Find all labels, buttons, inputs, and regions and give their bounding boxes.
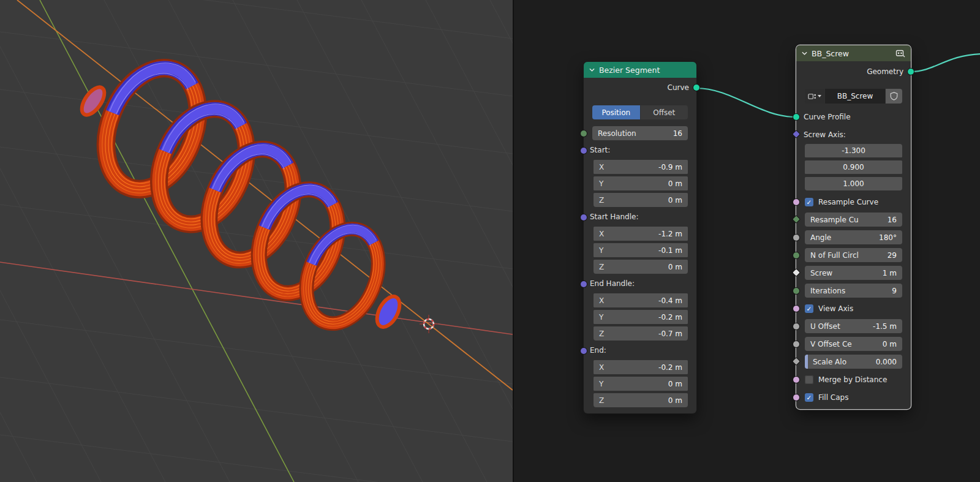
chevron-down-icon[interactable] [802, 51, 807, 55]
node-group-icon [895, 50, 905, 58]
screw-axis-overlay [17, 0, 513, 390]
param-resample-curve[interactable]: ✓ Resample Curve [796, 195, 911, 209]
socket-merge-by-distance[interactable] [793, 377, 799, 383]
check-icon: ✓ [807, 305, 812, 312]
start-handle-group: Start Handle: X -1.2 m Y -0.1 m Z 0 m [584, 210, 696, 274]
socket-curve-output[interactable] [693, 85, 699, 91]
start-z-field[interactable]: Z 0 m [594, 193, 688, 207]
fake-user-button[interactable] [886, 89, 902, 104]
socket-full-circles[interactable] [793, 252, 799, 258]
start-handle-x-field[interactable]: X -1.2 m [594, 227, 688, 241]
node-group-name-field[interactable]: BB_Screw [825, 89, 885, 104]
param-screw[interactable]: Screw 1 m [805, 266, 902, 280]
check-icon: ✓ [807, 198, 812, 206]
screw-axis-label: Screw Axis: [796, 128, 911, 141]
socket-curve-profile[interactable] [793, 114, 799, 120]
browse-node-group-button[interactable] [805, 89, 824, 104]
geometry-output-row: Geometry [796, 61, 911, 82]
screw-axis-x-field[interactable]: -1.300 [805, 144, 902, 157]
bezier-segment-node[interactable]: Bezier Segment Curve Position Offset Res… [584, 62, 696, 413]
group-label: Start Handle: [584, 210, 696, 224]
param-merge-by-distance[interactable]: Merge by Distance [796, 372, 911, 386]
ribbon-end-cap [372, 293, 404, 331]
end-x-field[interactable]: X -0.2 m [594, 360, 688, 374]
socket-start-handle[interactable] [581, 214, 587, 220]
checkbox-checked[interactable]: ✓ [805, 198, 813, 206]
socket-end-handle[interactable] [581, 281, 587, 287]
start-y-field[interactable]: Y 0 m [594, 176, 688, 190]
curve-profile-label: Curve Profile [796, 110, 911, 124]
socket-resample-curve[interactable] [793, 199, 799, 205]
start-handle-z-field[interactable]: Z 0 m [594, 260, 688, 274]
param-iterations[interactable]: Iterations 9 [805, 284, 902, 298]
screw-node-header[interactable]: BB_Screw [796, 45, 911, 61]
param-u-offset[interactable]: U Offset -1.5 m [805, 319, 902, 333]
socket-start[interactable] [581, 148, 587, 154]
group-label: End Handle: [584, 277, 696, 291]
checkbox-checked[interactable]: ✓ [805, 304, 813, 313]
param-resample-count[interactable]: Resample Cu 16 [805, 213, 902, 227]
screw-axis-y-field[interactable]: 0.900 [805, 160, 902, 174]
shield-icon [890, 92, 898, 100]
end-handle-z-field[interactable]: Z -0.7 m [594, 326, 688, 341]
chevron-down-icon [818, 95, 821, 97]
bezier-node-header[interactable]: Bezier Segment [584, 62, 696, 78]
param-fill-caps[interactable]: ✓ Fill Caps [796, 390, 911, 404]
spiral-mesh [77, 48, 404, 338]
node-tree-icon [808, 92, 816, 100]
end-handle-x-field[interactable]: X -0.4 m [594, 293, 688, 307]
position-button[interactable]: Position [592, 105, 640, 119]
end-z-field[interactable]: Z 0 m [594, 393, 688, 407]
end-y-field[interactable]: Y 0 m [594, 377, 688, 391]
offset-button[interactable]: Offset [641, 105, 688, 119]
end-group: End: X -0.2 m Y 0 m Z 0 m [584, 344, 696, 407]
start-x-field[interactable]: X -0.9 m [594, 160, 688, 174]
node-title: Bezier Segment [599, 66, 691, 75]
start-group: Start: X -0.9 m Y 0 m Z 0 m [584, 143, 696, 207]
param-view-axis[interactable]: ✓ View Axis [796, 301, 911, 315]
chevron-down-icon[interactable] [589, 68, 595, 72]
node-title: BB_Screw [812, 49, 891, 58]
group-label: Start: [584, 143, 696, 157]
socket-end[interactable] [581, 348, 587, 354]
socket-view-axis[interactable] [793, 306, 799, 312]
end-handle-group: End Handle: X -0.4 m Y -0.2 m Z -0.7 m [584, 277, 696, 341]
socket-angle[interactable] [793, 235, 799, 241]
bb-screw-node[interactable]: BB_Screw Geometry BB_Screw Curve Profile [796, 45, 911, 409]
curve-output-row: Curve [584, 78, 696, 97]
output-label: Geometry [867, 67, 903, 76]
socket-v-offset[interactable] [793, 341, 799, 347]
socket-geometry-output[interactable] [908, 69, 914, 75]
end-handle-y-field[interactable]: Y -0.2 m [594, 310, 688, 324]
node-group-selector: BB_Screw [805, 89, 902, 104]
checkbox-unchecked[interactable] [805, 375, 813, 384]
start-handle-y-field[interactable]: Y -0.1 m [594, 243, 688, 257]
viewport-3d[interactable] [0, 0, 513, 482]
check-icon: ✓ [807, 394, 812, 401]
viewport-scene [0, 0, 513, 482]
param-v-offset[interactable]: V Offset Ce 0 m [805, 337, 902, 351]
mode-toggle: Position Offset [592, 105, 688, 119]
resolution-field[interactable]: Resolution 16 [592, 126, 688, 140]
output-label: Curve [668, 83, 689, 92]
checkbox-checked[interactable]: ✓ [805, 393, 813, 402]
socket-iterations[interactable] [793, 288, 799, 294]
socket-fill-caps[interactable] [793, 394, 799, 401]
param-scale-along[interactable]: Scale Alo 0.000 [805, 355, 902, 369]
screw-axis-z-field[interactable]: 1.000 [805, 177, 902, 190]
socket-resolution[interactable] [581, 130, 587, 137]
group-label: End: [584, 344, 696, 358]
param-full-circles[interactable]: N of Full Circl 29 [805, 248, 902, 262]
param-angle[interactable]: Angle 180° [805, 230, 902, 244]
slider-fill [805, 355, 808, 369]
socket-u-offset[interactable] [793, 323, 799, 329]
